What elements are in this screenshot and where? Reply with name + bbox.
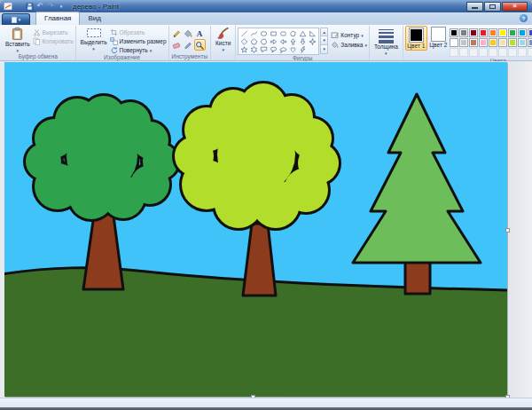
rotate-button[interactable]: Повернуть ▾ (110, 46, 167, 54)
drawing-canvas[interactable] (4, 62, 507, 397)
window-controls: × (466, 2, 528, 12)
palette-color[interactable] (489, 28, 497, 37)
crop-icon (110, 28, 118, 36)
canvas-resize-handle-right[interactable] (505, 228, 510, 233)
gallery-more-icon[interactable]: ▼ (320, 45, 328, 54)
color1-button[interactable]: Цвет 1 (405, 26, 427, 51)
minimize-button[interactable] (466, 2, 483, 12)
shape-callout-rectangle[interactable] (259, 45, 269, 53)
pencil-tool[interactable] (171, 28, 183, 39)
shape-fill-button[interactable]: Заливка ▾ (331, 41, 367, 49)
color2-button[interactable]: Цвет 2 (427, 26, 450, 49)
close-button[interactable]: × (502, 2, 528, 12)
palette-color[interactable] (450, 38, 458, 47)
fill-icon (331, 41, 339, 49)
file-page-icon (12, 17, 17, 23)
palette-color[interactable] (479, 38, 488, 47)
palette-empty-well[interactable] (498, 48, 507, 57)
palette-color[interactable] (498, 28, 507, 37)
palette-empty-well[interactable] (508, 48, 517, 57)
shape-callout-cloud[interactable] (278, 45, 288, 53)
group-brushes: Кисти ▾ (210, 26, 235, 60)
palette-empty-well[interactable] (459, 48, 468, 57)
palette-color[interactable] (479, 28, 488, 37)
shape-lightning[interactable] (298, 45, 308, 53)
shape-heart[interactable] (288, 45, 298, 53)
shape-star-5[interactable] (239, 45, 249, 53)
eraser-tool[interactable] (171, 39, 183, 51)
save-icon[interactable] (25, 2, 34, 12)
palette-color[interactable] (469, 28, 478, 37)
palette-color[interactable] (508, 38, 517, 47)
paint-menu-button[interactable]: ▾ (2, 13, 30, 25)
chevron-down-icon: ▾ (92, 47, 95, 51)
color-palette (450, 28, 532, 58)
brushes-button[interactable]: Кисти ▾ (213, 26, 233, 52)
tab-view[interactable]: Вид (80, 12, 108, 25)
group-size: Толщина ▾ (369, 26, 403, 60)
outline-button[interactable]: Контур ▾ (331, 31, 367, 39)
shape-arrow-down[interactable] (298, 37, 308, 45)
maximize-button[interactable] (484, 2, 501, 12)
shape-rounded-rectangle[interactable] (278, 29, 288, 37)
shape-arrow-up[interactable] (288, 37, 298, 45)
palette-empty-well[interactable] (450, 48, 458, 57)
undo-icon[interactable]: ↶ (35, 2, 44, 12)
color-picker-tool[interactable] (183, 39, 194, 51)
size-button[interactable]: Толщина ▾ (372, 26, 401, 56)
crop-button[interactable]: Обрезать (110, 28, 167, 36)
fir-trunk (405, 261, 430, 294)
shape-diamond[interactable] (239, 37, 249, 45)
select-button[interactable]: Выделить ▾ (78, 26, 110, 51)
palette-empty-well[interactable] (489, 48, 497, 57)
shape-star-6[interactable] (249, 45, 259, 53)
scroll-up-icon[interactable]: ▲ (320, 28, 328, 36)
qat-dropdown-icon[interactable]: ▾ (57, 2, 66, 12)
shape-oval[interactable] (259, 29, 269, 37)
magnifier-tool[interactable] (194, 39, 206, 51)
palette-empty-well[interactable] (518, 48, 527, 57)
text-tool[interactable]: A (194, 28, 206, 39)
shape-line[interactable] (239, 29, 249, 37)
palette-color[interactable] (508, 28, 517, 37)
fill-tool[interactable] (183, 28, 194, 39)
shape-callout-oval[interactable] (269, 45, 278, 53)
palette-empty-well[interactable] (528, 48, 532, 57)
shape-right-triangle[interactable] (308, 29, 317, 37)
resize-button[interactable]: Изменить размер (110, 37, 167, 45)
palette-color[interactable] (528, 38, 532, 47)
palette-color[interactable] (459, 28, 468, 37)
shape-arrow-left[interactable] (278, 37, 288, 45)
shape-pentagon[interactable] (249, 37, 259, 45)
scroll-down-icon[interactable]: ▼ (320, 36, 328, 45)
redo-icon[interactable]: ↷ (46, 2, 55, 12)
shape-polygon[interactable] (288, 29, 298, 37)
help-icon[interactable]: ? (520, 14, 528, 22)
shape-star-4[interactable] (308, 37, 317, 45)
copy-button[interactable]: Копировать (33, 37, 74, 45)
tab-home[interactable]: Главная (35, 12, 80, 25)
paste-button[interactable]: Вставить ▾ (3, 26, 33, 53)
palette-color[interactable] (450, 28, 458, 37)
palette-color[interactable] (489, 38, 497, 47)
palette-color[interactable] (518, 28, 527, 37)
eyedropper-icon (184, 41, 192, 50)
group-label-image: Изображение (78, 54, 167, 61)
shape-arrow-right[interactable] (269, 37, 278, 45)
cut-button[interactable]: Вырезать (33, 28, 74, 36)
palette-color[interactable] (469, 38, 478, 47)
palette-empty-well[interactable] (469, 48, 478, 57)
palette-color[interactable] (459, 38, 468, 47)
quick-access-toolbar: ↶ ↷ ▾ (25, 2, 66, 12)
palette-empty-well[interactable] (479, 48, 488, 57)
shape-triangle[interactable] (298, 29, 308, 37)
palette-color[interactable] (518, 38, 527, 47)
palette-color[interactable] (498, 38, 507, 47)
color2-swatch (431, 27, 446, 42)
shape-hexagon[interactable] (259, 37, 269, 45)
shape-curve[interactable] (249, 29, 259, 37)
status-bar (0, 398, 532, 410)
shape-rectangle[interactable] (269, 29, 278, 37)
chevron-down-icon: ▾ (19, 18, 21, 22)
palette-color[interactable] (528, 28, 532, 37)
